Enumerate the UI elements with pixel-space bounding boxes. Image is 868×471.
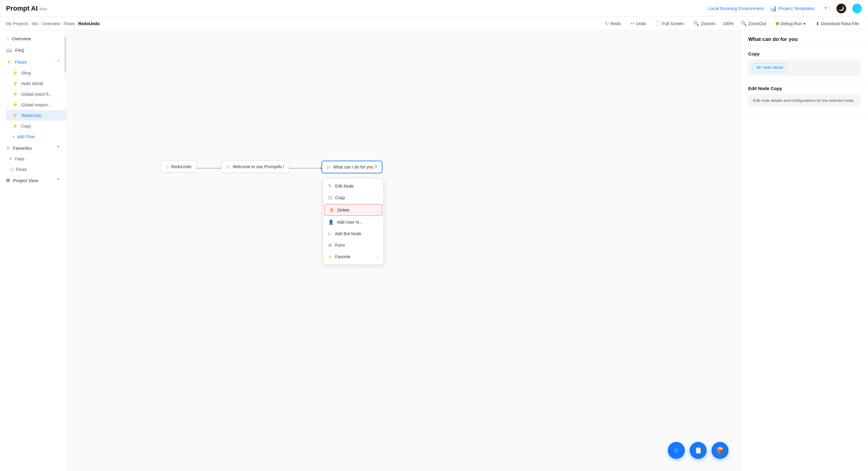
fab-star-icon: ☆: [673, 446, 679, 454]
overview-icon: ⌂: [6, 36, 9, 41]
sidebar-scrollbar: [65, 36, 66, 73]
node-redo-undo-icon: ⌂: [166, 164, 168, 169]
flow-canvas[interactable]: ⌂ RedoUndo ▷ Welcome to use PromptAI ! ▷…: [67, 30, 741, 471]
download-icon: ⬇: [816, 21, 819, 26]
sidebar-item-global-intent[interactable]: ⚡ Global intent fl...: [6, 89, 66, 99]
sidebar-item-redo-undo[interactable]: ⚡ RedoUndo: [6, 110, 66, 121]
context-copy-label: Copy: [335, 195, 345, 200]
sidebar-flows-fav-label: Flows: [16, 167, 27, 172]
sidebar-favorites-children: ≡ Faqs ◁ Flows: [0, 154, 66, 175]
sidebar-favorites-label: Favorites: [13, 145, 32, 150]
sidebar-flows-label: Flows: [15, 59, 27, 65]
fab-package-icon: 📦: [716, 446, 724, 454]
right-panel-edit-content: Edit node details and configurations for…: [753, 98, 855, 103]
debug-run-label: Debug Run: [780, 21, 802, 26]
sidebar-flows-header[interactable]: ⚡ Flows ⌃: [0, 56, 66, 68]
undo-icon: ↩: [630, 21, 634, 26]
local-env-link[interactable]: Local Running Environment: [708, 6, 764, 11]
badge-number: 88: [756, 65, 761, 71]
sidebar: ⌂ Overview 📖 FAQ ⚡ Flows ⌃ ⚡ Shop ⚡ Hell…: [0, 30, 67, 471]
debug-run-btn[interactable]: Debug Run ▾: [773, 20, 808, 27]
node-redo-undo[interactable]: ⌂ RedoUndo: [161, 161, 196, 172]
breadcrumb-flows[interactable]: Flows: [64, 21, 75, 26]
context-form[interactable]: ⊞ Form: [323, 239, 383, 251]
sidebar-faqs-label: Faqs: [15, 157, 24, 161]
sidebar-item-faqs[interactable]: ≡ Faqs: [3, 154, 66, 164]
project-view-icon: ⊞: [6, 178, 10, 183]
add-user-icon: 👤: [328, 220, 334, 225]
user-avatar[interactable]: [852, 4, 862, 13]
breadcrumb-my-projects[interactable]: My Projects: [6, 21, 28, 26]
node-what-can[interactable]: ▷ What can I do for you ?: [321, 161, 382, 173]
add-flow-label: Add Flow: [17, 134, 35, 139]
project-templates-btn[interactable]: 📊 Project Templates: [770, 5, 815, 12]
fullscreen-icon: ⛶: [656, 21, 660, 26]
right-panel-edit-box[interactable]: Edit node details and configurations for…: [748, 94, 861, 108]
context-edit-node[interactable]: ✎ Edit Node: [323, 180, 383, 192]
right-panel-copy-section: Copy 88 Hello World: [741, 46, 868, 81]
project-templates-label: Project Templates: [778, 6, 815, 11]
flow-icon-shop: ⚡: [12, 70, 18, 76]
zoom-out-icon: 🔍: [741, 21, 747, 26]
zoom-out-btn[interactable]: 🔍 ZoomOut: [739, 20, 769, 28]
right-panel-edit-section: Edit Node Copy Edit node details and con…: [741, 81, 868, 113]
context-edit-label: Edit Node: [335, 184, 353, 189]
debug-dot: [776, 22, 779, 25]
fab-favorite-btn[interactable]: ☆: [668, 442, 685, 459]
badge-text: Hello World: [763, 65, 783, 71]
fab-clipboard-icon: 📋: [694, 446, 703, 454]
sidebar-item-copy[interactable]: ⚡ Copy: [6, 121, 66, 131]
redo-label: Redo: [611, 21, 621, 26]
sidebar-item-faq[interactable]: 📖 FAQ: [0, 44, 66, 56]
right-panel-title: What can do for you: [741, 30, 868, 46]
right-panel-copy-title: Copy: [748, 51, 861, 56]
sidebar-item-overview[interactable]: ⌂ Overview: [0, 33, 66, 44]
flow-icon-copy: ⚡: [12, 123, 18, 129]
help-btn[interactable]: ?: [821, 4, 830, 13]
context-favorite[interactable]: ★ Favorite ›: [323, 251, 383, 263]
moon-icon: 🌙: [838, 5, 844, 11]
sidebar-flows-children: ⚡ Shop ⚡ Hello World ⚡ Global intent fl.…: [0, 68, 66, 131]
dark-mode-btn[interactable]: 🌙: [836, 4, 846, 13]
sidebar-favorites-header[interactable]: ☆ Favorites ⌃: [0, 142, 66, 154]
fab-copy-btn[interactable]: 📋: [690, 442, 707, 459]
node-what-can-label: What can I do for you ?: [333, 165, 377, 169]
context-add-bot-node[interactable]: ▷ Add Bot Node: [323, 228, 383, 239]
redo-btn[interactable]: ↻ Redo: [602, 20, 623, 28]
full-screen-btn[interactable]: ⛶ Full Screen: [653, 20, 686, 28]
fab-package-btn[interactable]: 📦: [712, 442, 728, 459]
context-delete[interactable]: 🗑 Delete: [324, 204, 382, 216]
flow-icon-hello: ⚡: [12, 80, 18, 87]
flows-collapse-icon: ⌃: [56, 59, 60, 65]
sidebar-project-view-header[interactable]: ⊞ Project View ⌃: [0, 175, 66, 186]
copy-icon: ⊡: [328, 195, 332, 200]
context-add-user-node[interactable]: 👤 Add User N...: [323, 216, 383, 228]
sidebar-item-flows-fav[interactable]: ◁ Flows: [3, 164, 66, 175]
sidebar-faq-label: FAQ: [15, 47, 24, 53]
context-add-user-label: Add User N...: [337, 220, 363, 225]
sidebar-overview-label: Overview: [12, 36, 31, 41]
sidebar-item-global-respon[interactable]: ⚡ Global respon...: [6, 99, 66, 110]
add-flow-btn[interactable]: + Add Flow: [0, 131, 66, 142]
context-copy[interactable]: ⊡ Copy: [323, 192, 383, 203]
node-welcome[interactable]: ▷ Welcome to use PromptAI !: [221, 161, 289, 173]
sidebar-item-shop[interactable]: ⚡ Shop: [6, 68, 66, 78]
breadcrumb-sep-4: /: [76, 21, 77, 26]
breadcrumb-doc[interactable]: doc: [32, 21, 39, 26]
plus-icon: +: [12, 134, 14, 139]
sidebar-hello-world-label: Hello World: [21, 81, 43, 86]
zoom-out-label: ZoomOut: [748, 21, 766, 26]
breadcrumb: My Projects / doc / Overview / Flows / R…: [0, 17, 868, 30]
zoom-in-btn[interactable]: 🔍 ZoomIn: [691, 20, 718, 28]
favorites-collapse-icon: ⌃: [56, 145, 60, 150]
undo-btn[interactable]: ↩ Undo: [628, 20, 648, 28]
download-rasa-btn[interactable]: ⬇ Download Rasa File: [813, 20, 862, 27]
sidebar-global-intent-label: Global intent fl...: [21, 92, 52, 97]
sidebar-item-hello-world[interactable]: ⚡ Hello World: [6, 78, 66, 89]
app-logo: Prompt AI Beta: [6, 5, 47, 12]
chevron-right-icon: ›: [377, 254, 378, 259]
help-icon: ?: [824, 6, 827, 11]
faq-icon: 📖: [6, 47, 12, 53]
main-layout: ⌂ Overview 📖 FAQ ⚡ Flows ⌃ ⚡ Shop ⚡ Hell…: [0, 30, 868, 471]
breadcrumb-overview[interactable]: Overview: [42, 21, 60, 26]
